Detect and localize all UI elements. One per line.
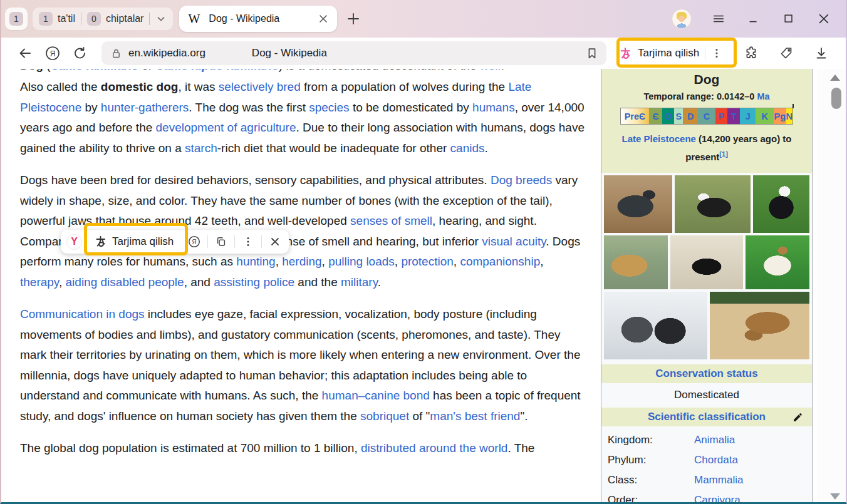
timeline-period-D[interactable]: D bbox=[683, 108, 698, 124]
translate-menu-icon[interactable] bbox=[711, 48, 722, 59]
text: . The dog was the first bbox=[189, 101, 309, 114]
temporal-range: Temporal range: 0.0142–0 Ma bbox=[605, 91, 808, 101]
bookmark-icon[interactable] bbox=[585, 46, 599, 61]
dog-photo-terrier-grass[interactable] bbox=[746, 235, 809, 289]
pinned-tab-tile[interactable]: 1 bbox=[5, 8, 28, 30]
address-bar[interactable]: en.wikipedia.org Dog - Wikipedia bbox=[101, 41, 606, 65]
yandex-search-icon[interactable]: Я bbox=[186, 234, 202, 250]
conservation-status-link[interactable]: Conservation status bbox=[655, 368, 757, 379]
download-icon[interactable] bbox=[809, 42, 834, 64]
wiki-link[interactable]: species bbox=[309, 101, 349, 114]
lock-icon[interactable] bbox=[110, 48, 122, 59]
popup-close-icon[interactable] bbox=[267, 234, 283, 250]
wiki-link[interactable]: Dog breeds bbox=[491, 173, 552, 187]
timeline-period-N[interactable]: N bbox=[786, 108, 792, 124]
tab-group-item[interactable]: 0chiptalar bbox=[87, 12, 143, 26]
tab-group[interactable]: 1ta'til0chiptalar bbox=[33, 8, 173, 30]
wiki-link[interactable]: military bbox=[341, 275, 378, 289]
page-scrollbar[interactable] bbox=[817, 69, 846, 504]
scientific-classification-link[interactable]: Scientific classification bbox=[648, 411, 766, 423]
timeline-period-Є[interactable]: Є bbox=[649, 108, 662, 124]
wiki-link[interactable]: man's best friend bbox=[430, 409, 520, 423]
timeline-period-S[interactable]: S bbox=[674, 108, 683, 124]
edit-icon[interactable] bbox=[792, 412, 803, 423]
wiki-link[interactable]: Canis lupus familiaris bbox=[155, 69, 278, 72]
maximize-button[interactable] bbox=[781, 11, 797, 27]
wiki-link[interactable]: companionship bbox=[460, 255, 540, 268]
classification-value-link[interactable]: Animalia bbox=[694, 434, 735, 446]
url-host[interactable]: en.wikipedia.org bbox=[128, 47, 205, 59]
scrollbar-thumb[interactable] bbox=[831, 88, 841, 109]
dog-photo-black-white-dog-grass[interactable] bbox=[675, 175, 751, 233]
extensions-icon[interactable] bbox=[739, 42, 764, 64]
timeline-period-Pg[interactable]: Pg bbox=[774, 108, 786, 124]
timeline-period-C[interactable]: C bbox=[698, 108, 715, 124]
wiki-link[interactable]: hunting bbox=[236, 255, 275, 268]
ma-link[interactable]: Ma bbox=[757, 91, 769, 101]
dog-photo-mottled-dog-running[interactable] bbox=[604, 175, 672, 233]
reload-icon[interactable] bbox=[66, 42, 94, 64]
wiki-link[interactable]: assisting police bbox=[214, 275, 294, 289]
wiki-link[interactable]: sobriquet bbox=[360, 409, 409, 423]
wiki-link[interactable]: Canis familiaris bbox=[51, 69, 138, 72]
timeline-period-O[interactable]: O bbox=[662, 108, 674, 124]
classification-value-link[interactable]: Mammalia bbox=[694, 474, 743, 486]
copy-icon[interactable] bbox=[213, 234, 229, 250]
wiki-link[interactable]: development of agriculture bbox=[156, 121, 296, 134]
wiki-link[interactable]: Late Pleistocene bbox=[622, 133, 696, 144]
classification-row: Order:Carnivora bbox=[601, 490, 812, 504]
chevron-down-icon[interactable] bbox=[155, 13, 167, 24]
close-button[interactable] bbox=[816, 11, 832, 27]
dog-photo-black-labrador-snow[interactable] bbox=[670, 235, 743, 289]
tab-group-item[interactable]: 1ta'til bbox=[39, 12, 75, 26]
popup-menu-icon[interactable] bbox=[240, 234, 256, 250]
wiki-link[interactable]: Communication in dogs bbox=[20, 307, 145, 321]
translate-button[interactable]: Tarjima qilish bbox=[611, 41, 730, 66]
back-icon[interactable] bbox=[11, 42, 39, 64]
scrollbar-up-arrow-icon[interactable] bbox=[830, 75, 840, 81]
wiki-link[interactable]: canids bbox=[450, 141, 485, 155]
scrollbar-down-arrow-icon[interactable] bbox=[830, 493, 840, 500]
wiki-link[interactable]: visual acuity bbox=[482, 235, 546, 248]
wiki-link[interactable]: pulling loads bbox=[328, 255, 395, 268]
minimize-button[interactable] bbox=[746, 11, 762, 27]
wiki-link[interactable]: starch bbox=[185, 141, 217, 155]
dog-photo-long-haired-dog-lawn[interactable] bbox=[753, 175, 809, 233]
wiki-link[interactable]: aiding disabled people bbox=[66, 275, 184, 289]
dog-photo-sled-dogs-snow[interactable] bbox=[604, 292, 707, 359]
text: (14,200 years ago) to present bbox=[685, 133, 791, 162]
profile-avatar[interactable] bbox=[672, 9, 692, 29]
tab-title: Dog - Wikipedia bbox=[209, 13, 309, 24]
wiki-link[interactable]: human–canine bond bbox=[322, 389, 430, 402]
timeline-period-PreЄ[interactable]: PreЄ bbox=[621, 108, 649, 124]
new-tab-button[interactable] bbox=[345, 10, 362, 28]
wiki-link[interactable]: humans bbox=[472, 101, 515, 114]
wiki-link[interactable]: wolf bbox=[480, 69, 501, 72]
classification-value-link[interactable]: Carnivora bbox=[694, 494, 740, 504]
wiki-link[interactable]: hunter-gatherers bbox=[101, 101, 189, 114]
tag-icon[interactable] bbox=[774, 42, 799, 64]
classification-value-link[interactable]: Chordata bbox=[694, 454, 738, 466]
timeline-period-J[interactable]: J bbox=[740, 108, 756, 124]
tab-close-icon[interactable] bbox=[318, 14, 328, 24]
popup-translate-button[interactable]: Tarjima qilish bbox=[87, 235, 181, 248]
wiki-link[interactable]: selectively bred bbox=[219, 80, 301, 93]
timeline-period-K[interactable]: K bbox=[756, 108, 774, 124]
reference-link[interactable]: [1] bbox=[719, 150, 727, 158]
menu-icon[interactable] bbox=[710, 11, 727, 27]
svg-text:Я: Я bbox=[50, 49, 56, 58]
timeline-period-P[interactable]: P bbox=[715, 108, 727, 124]
dog-photo-dog-with-puppies-sand[interactable] bbox=[710, 292, 809, 359]
bold-text: Dog bbox=[20, 69, 43, 72]
text: ( bbox=[43, 69, 51, 72]
yandex-home-icon[interactable]: Я bbox=[39, 42, 66, 64]
wiki-link[interactable]: senses of smell bbox=[350, 214, 432, 227]
wiki-link[interactable]: distributed around the world bbox=[361, 441, 507, 455]
dog-photo-golden-retriever-water[interactable] bbox=[604, 235, 668, 289]
wiki-link[interactable]: protection bbox=[401, 255, 453, 268]
timeline-period-T[interactable]: T bbox=[727, 108, 740, 124]
active-tab[interactable]: W Dog - Wikipedia bbox=[179, 6, 337, 32]
wiki-link[interactable]: therapy bbox=[20, 275, 59, 289]
timeline-bar[interactable]: PreЄЄOSDCPTJKPgN bbox=[620, 108, 793, 125]
wiki-link[interactable]: herding bbox=[282, 255, 321, 268]
